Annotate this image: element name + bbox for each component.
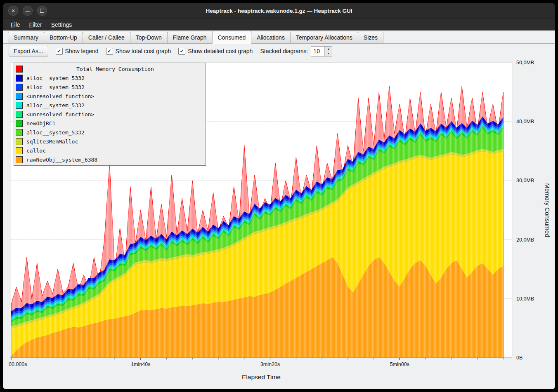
window-title: Heaptrack - heaptrack.wakunode.1.gz — He… (3, 8, 555, 14)
y-tick-label: 10,0MB (516, 296, 534, 302)
legend-swatch (16, 156, 23, 163)
legend-item: calloc (16, 146, 204, 155)
legend-item: newObjRC1 (16, 119, 204, 128)
stacked-diagrams-control: Stacked diagrams: 10 ▲ ▼ (260, 46, 332, 56)
checkbox-show-legend[interactable]: ✓Show legend (56, 48, 99, 55)
x-tick-label: 00.000s (9, 361, 27, 367)
tab-temporary-allocations[interactable]: Temporary Allocations (290, 32, 358, 43)
heaptrack-window: ✕ — Heaptrack - heaptrack.wakunode.1.gz … (3, 3, 555, 389)
x-axis-title: Elapsed Time (242, 373, 281, 380)
legend-item: rawNewObj__system_6388 (16, 155, 204, 164)
spinner-up-button[interactable]: ▲ (325, 47, 332, 52)
legend-item-label: alloc__system_5332 (26, 84, 85, 90)
y-tick-label: 30,0MB (516, 178, 534, 183)
x-tick-label: 5min00s (390, 361, 409, 367)
legend-swatch (16, 66, 23, 73)
legend-title-row: Total Memory Consumption (16, 64, 204, 73)
menubar: FileFilterSettings (3, 19, 555, 31)
menu-settings[interactable]: Settings (47, 20, 77, 30)
y-tick-label: 20,0MB (516, 237, 534, 243)
tab-consumed[interactable]: Consumed (212, 31, 252, 44)
checkbox-label: Show total cost graph (116, 48, 171, 54)
chart-area: 00.000s1min40s3min20s5min00s0B10,0MB20,0… (3, 59, 555, 389)
toolbar: Export As... ✓Show legend✓Show total cos… (3, 44, 555, 59)
minimize-button[interactable]: — (23, 6, 33, 16)
legend-swatch (16, 129, 23, 136)
close-icon: ✕ (11, 9, 15, 13)
legend-item-label: alloc__system_5332 (26, 129, 85, 136)
legend-item: alloc__system_5332 (16, 101, 204, 110)
spinner-arrows: ▲ ▼ (324, 47, 332, 56)
legend-title: Total Memory Consumption (26, 66, 204, 72)
legend-item: alloc__system_5332 (16, 73, 204, 82)
legend-swatch (16, 75, 23, 82)
export-as-button[interactable]: Export As... (9, 46, 48, 56)
checkbox-label: Show detailed cost graph (188, 48, 253, 54)
tab-summary[interactable]: Summary (8, 32, 44, 43)
checkbox-label: Show legend (65, 48, 99, 54)
tab-sizes[interactable]: Sizes (358, 32, 383, 43)
legend-item: <unresolved function> (16, 110, 204, 119)
legend-swatch (16, 138, 23, 145)
maximize-icon (40, 9, 44, 13)
y-tick-label: 40,0MB (516, 119, 534, 124)
legend-item-label: <unresolved function> (26, 111, 94, 117)
legend-swatch (16, 147, 23, 154)
checkbox-icon: ✓ (178, 48, 185, 55)
menu-file[interactable]: File (6, 20, 25, 30)
checkbox-show-detailed-cost-graph[interactable]: ✓Show detailed cost graph (178, 48, 253, 55)
stacked-diagrams-spinner[interactable]: 10 ▲ ▼ (311, 46, 332, 56)
y-axis-title: Memory Consumed (544, 183, 551, 237)
legend-swatch (16, 120, 23, 127)
menu-filter[interactable]: Filter (25, 20, 47, 30)
tab-top-down[interactable]: Top-Down (130, 32, 168, 43)
checkbox-icon: ✓ (106, 48, 113, 55)
tab-allocations[interactable]: Allocations (251, 32, 291, 43)
spinner-down-button[interactable]: ▼ (325, 51, 332, 56)
x-tick-label: 1min40s (131, 361, 150, 367)
tab-bottom-up[interactable]: Bottom-Up (44, 32, 83, 43)
legend-swatch (16, 102, 23, 109)
checkbox-icon: ✓ (56, 48, 63, 55)
legend-swatch (16, 93, 23, 100)
legend-swatch (16, 111, 23, 118)
tab-caller-callee[interactable]: Caller / Callee (83, 32, 130, 43)
minimize-icon: — (26, 9, 30, 13)
legend-item: alloc__system_5332 (16, 128, 204, 137)
legend-swatch (16, 84, 23, 91)
checkbox-group: ✓Show legend✓Show total cost graph✓Show … (56, 48, 253, 55)
legend-item-label: <unresolved function> (26, 93, 94, 99)
maximize-button[interactable] (37, 6, 47, 16)
close-button[interactable]: ✕ (8, 6, 18, 16)
window-controls: ✕ — (3, 6, 52, 16)
titlebar: ✕ — Heaptrack - heaptrack.wakunode.1.gz … (3, 3, 555, 19)
legend-item-label: newObjRC1 (26, 120, 55, 127)
legend-item-label: alloc__system_5332 (26, 102, 85, 108)
y-tick-label: 0B (516, 355, 523, 361)
stacked-diagrams-label: Stacked diagrams: (260, 48, 308, 54)
checkbox-show-total-cost-graph[interactable]: ✓Show total cost graph (106, 48, 171, 55)
spinner-value[interactable]: 10 (311, 47, 324, 56)
tab-flame-graph[interactable]: Flame Graph (167, 32, 213, 43)
legend-item-label: rawNewObj__system_6388 (26, 157, 97, 163)
legend-item: sqlite3MemMalloc (16, 137, 204, 146)
legend-item: alloc__system_5332 (16, 82, 204, 92)
x-tick-label: 3min20s (260, 361, 280, 367)
chart-legend: Total Memory Consumptionalloc__system_53… (14, 63, 206, 166)
y-tick-label: 50,0MB (516, 60, 534, 66)
legend-item: <unresolved function> (16, 92, 204, 101)
legend-item-label: calloc (26, 148, 46, 154)
legend-item-label: sqlite3MemMalloc (26, 138, 78, 145)
tab-bar: SummaryBottom-UpCaller / CalleeTop-DownF… (3, 31, 555, 44)
legend-item-label: alloc__system_5332 (26, 75, 85, 81)
